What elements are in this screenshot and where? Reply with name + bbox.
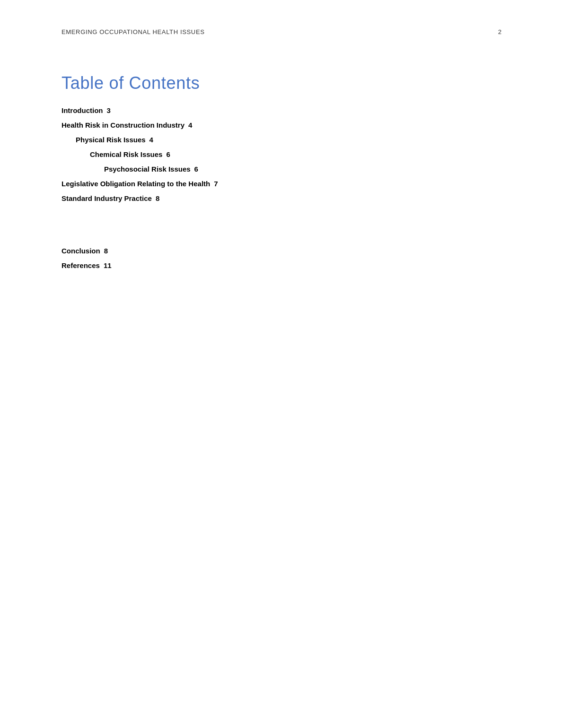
toc-entries-list: Introduction 3 Health Risk in Constructi… bbox=[62, 106, 501, 202]
toc-label-legislative: Legislative Obligation Relating to the H… bbox=[62, 180, 210, 188]
toc-page-legislative: 7 bbox=[214, 180, 218, 188]
spacer bbox=[62, 209, 501, 237]
toc-page-standard-industry: 8 bbox=[156, 194, 159, 202]
toc-entry-legislative: Legislative Obligation Relating to the H… bbox=[62, 180, 501, 188]
toc-label-conclusion: Conclusion bbox=[62, 247, 100, 255]
page-number: 2 bbox=[498, 28, 501, 35]
toc-page-health-risk: 4 bbox=[188, 121, 192, 129]
toc-entry-references: References 11 bbox=[62, 261, 501, 269]
page-header: EMERGING OCCUPATIONAL HEALTH ISSUES 2 bbox=[62, 28, 501, 35]
toc-label-physical-risk: Physical Risk Issues bbox=[76, 136, 146, 144]
toc-label-health-risk: Health Risk in Construction Industry bbox=[62, 121, 185, 129]
toc-entry-health-risk: Health Risk in Construction Industry 4 bbox=[62, 121, 501, 129]
toc-label-standard-industry: Standard Industry Practice bbox=[62, 194, 152, 202]
toc-page-conclusion: 8 bbox=[104, 247, 108, 255]
toc-label-introduction: Introduction bbox=[62, 106, 103, 114]
toc-entry-conclusion: Conclusion 8 bbox=[62, 247, 501, 255]
table-of-contents: Table of Contents Introduction 3 Health … bbox=[62, 73, 501, 269]
toc-label-chemical-risk: Chemical Risk Issues bbox=[90, 150, 162, 158]
toc-entry-introduction: Introduction 3 bbox=[62, 106, 501, 114]
document-title: EMERGING OCCUPATIONAL HEALTH ISSUES bbox=[62, 28, 205, 35]
toc-entry-standard-industry: Standard Industry Practice 8 bbox=[62, 194, 501, 202]
toc-page-references: 11 bbox=[104, 261, 112, 269]
toc-page-physical-risk: 4 bbox=[150, 136, 153, 144]
toc-label-psychosocial-risk: Psychosocial Risk Issues bbox=[104, 165, 191, 173]
toc-page-introduction: 3 bbox=[106, 106, 110, 114]
toc-page-chemical-risk: 6 bbox=[166, 150, 170, 158]
toc-label-references: References bbox=[62, 261, 100, 269]
page: EMERGING OCCUPATIONAL HEALTH ISSUES 2 Ta… bbox=[0, 0, 563, 728]
toc-entry-physical-risk: Physical Risk Issues 4 bbox=[62, 136, 501, 144]
toc-heading: Table of Contents bbox=[62, 73, 501, 93]
toc-entry-psychosocial-risk: Psychosocial Risk Issues 6 bbox=[62, 165, 501, 173]
toc-entry-chemical-risk: Chemical Risk Issues 6 bbox=[62, 150, 501, 158]
conclusion-section: Conclusion 8 References 11 bbox=[62, 247, 501, 269]
toc-page-psychosocial-risk: 6 bbox=[194, 165, 198, 173]
